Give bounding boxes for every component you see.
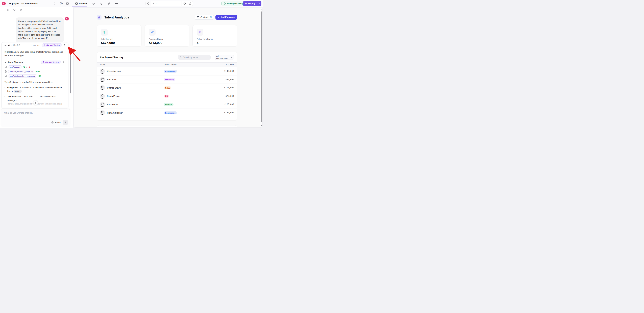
- table-header-row: NAME DEPARTMENT SALARY: [97, 62, 237, 67]
- composer[interactable]: What do you want to change? Attach: [1, 109, 70, 127]
- file-chip[interactable]: app/states/chat_state.py: [8, 74, 36, 78]
- device-preview-icon[interactable]: [182, 1, 187, 6]
- current-version-badge[interactable]: Current Version: [41, 60, 61, 64]
- file-chip[interactable]: app/pages/chat_page.py: [8, 70, 34, 73]
- stat-card-active-employees: Active Employees 6: [192, 25, 237, 46]
- search-input[interactable]: Search by name...: [178, 55, 210, 60]
- chevrons-up-down-icon[interactable]: [53, 2, 56, 5]
- department-badge: HR: [164, 94, 169, 98]
- comment-icon[interactable]: [20, 9, 22, 11]
- deploy-button[interactable]: Deploy: [243, 1, 257, 6]
- project-title: Employee Data Visualization: [9, 2, 38, 5]
- restore-version-icon[interactable]: [64, 44, 66, 46]
- thumbs-up-icon[interactable]: [7, 9, 9, 11]
- department-badge: Sales: [164, 86, 171, 90]
- file-chip[interactable]: app/app.py: [8, 66, 22, 68]
- employee-directory-card: Employee Directory Search by name... All…: [97, 52, 237, 120]
- help-icon[interactable]: ?: [60, 2, 62, 5]
- send-button[interactable]: [63, 120, 68, 125]
- deploy-options-button[interactable]: [257, 1, 262, 6]
- current-version-badge[interactable]: Current Version: [42, 44, 62, 47]
- preview-pane: Talent Analytics Chat with AI Add Employ…: [73, 7, 263, 128]
- table-row[interactable]: Alice Johnson Engineering $145,000: [97, 67, 237, 76]
- paperclip-icon: [51, 121, 54, 124]
- tab-code-icon[interactable]: [92, 2, 95, 5]
- chat-bubble-icon: [197, 16, 199, 18]
- add-employee-button[interactable]: Add Employee: [216, 15, 237, 20]
- add-employee-label: Add Employee: [220, 16, 235, 18]
- table-row[interactable]: Bob Smith Marketing $85,000: [97, 76, 237, 84]
- project-avatar[interactable]: C: [2, 2, 6, 5]
- employee-name: Alice Johnson: [107, 70, 121, 72]
- stat-cards: $ Total Payroll $678,000 Average Salary …: [97, 25, 237, 46]
- preview-scrollbar[interactable]: [260, 8, 262, 127]
- tab-preview-label: Preview: [79, 2, 87, 5]
- globe-icon: [245, 2, 247, 5]
- table-row[interactable]: Fiona Gallagher Engineering $138,000: [97, 109, 237, 117]
- circle-arrow-up-icon: [44, 44, 46, 46]
- column-header-department: DEPARTMENT: [164, 64, 210, 66]
- url-input[interactable]: /: [151, 1, 182, 6]
- table-row[interactable]: Ethan Hunt Finance $125,000: [97, 100, 237, 109]
- chevron-down-icon[interactable]: [4, 61, 7, 64]
- employee-avatar: [100, 110, 105, 115]
- chat-with-ai-button[interactable]: Chat with AI: [195, 15, 214, 20]
- employee-avatar: [100, 85, 105, 90]
- arrow-down-icon: [34, 102, 37, 104]
- deploy-label: Deploy: [248, 2, 255, 5]
- chevron-down-icon: [258, 2, 260, 4]
- employee-name: Charlie Brown: [107, 86, 121, 89]
- circle-arrow-up-icon: [42, 61, 44, 63]
- chat-scrollbar-thumb[interactable]: [70, 54, 71, 94]
- diff-separator: /: [26, 66, 27, 68]
- table-row[interactable]: Diana Prince HR $75,000: [97, 92, 237, 100]
- current-version-label: Current Version: [46, 44, 60, 46]
- restore-version-icon[interactable]: [63, 61, 65, 64]
- scrollbar-down-arrow[interactable]: [260, 125, 262, 126]
- employee-salary: $75,000: [210, 95, 237, 97]
- open-external-icon[interactable]: [187, 1, 193, 6]
- scrollbar-up-arrow[interactable]: [260, 9, 262, 10]
- department-badge: Engineering: [164, 70, 177, 73]
- version-timestamp: 11 min ago: [30, 44, 40, 46]
- scrollbar-thumb[interactable]: [260, 12, 262, 122]
- thumbs-down-icon[interactable]: [13, 9, 16, 11]
- department-badge: Marketing: [164, 78, 175, 81]
- workspace-tabs: Preview: [73, 0, 120, 7]
- workspace-status-badge[interactable]: Workspace ready: [222, 1, 245, 6]
- code-changes-title: Code Changes: [8, 61, 23, 64]
- employee-name: Fiona Gallagher: [107, 112, 123, 114]
- current-version-label: Current Version: [45, 61, 59, 63]
- more-tabs-icon[interactable]: [115, 3, 118, 4]
- url-path: /: [156, 2, 156, 5]
- employee-avatar: [100, 94, 105, 99]
- tab-connect-icon[interactable]: [108, 2, 110, 5]
- app-title: Talent Analytics: [104, 16, 129, 19]
- refresh-icon[interactable]: [146, 1, 151, 6]
- chevron-down-icon[interactable]: [153, 3, 155, 4]
- version-card: v4 · 45ee7c9 11 min ago Current Version …: [1, 42, 68, 109]
- dashboard-grid-icon: [97, 15, 102, 20]
- stat-card-average-salary: Average Salary $113,000: [145, 25, 189, 46]
- bullet-navigation: Navigation - "Chat with AI" button in th…: [4, 86, 65, 93]
- version-header: v4 · 45ee7c9 11 min ago Current Version: [2, 42, 68, 48]
- tab-preview[interactable]: Preview: [73, 0, 90, 7]
- scroll-to-bottom-button[interactable]: [33, 100, 38, 105]
- table-row[interactable]: Charlie Brown Sales $110,000: [97, 84, 237, 92]
- attach-label: Attach: [55, 121, 60, 124]
- assistant-intro: I'll create a new Chat page with a chatb…: [4, 50, 65, 57]
- changed-file-row: app/states/chat_state.py +37: [4, 74, 65, 78]
- employee-avatar: [100, 102, 105, 107]
- bullet-text: - Clean mes: [21, 96, 33, 98]
- collapse-panel-icon[interactable]: [66, 2, 69, 5]
- department-filter-value: All Departments: [216, 55, 230, 60]
- lines-removed: -5: [28, 66, 30, 68]
- workspace-status-text: Workspace ready: [227, 2, 243, 4]
- composer-actions: Attach: [51, 120, 68, 125]
- attach-button[interactable]: Attach: [51, 121, 60, 124]
- department-filter-select[interactable]: All Departments: [214, 55, 234, 60]
- employee-name: Ethan Hunt: [107, 103, 118, 106]
- project-avatar-letter: C: [3, 2, 4, 4]
- cpu-icon: [224, 2, 226, 5]
- tab-tasks-icon[interactable]: [100, 2, 103, 5]
